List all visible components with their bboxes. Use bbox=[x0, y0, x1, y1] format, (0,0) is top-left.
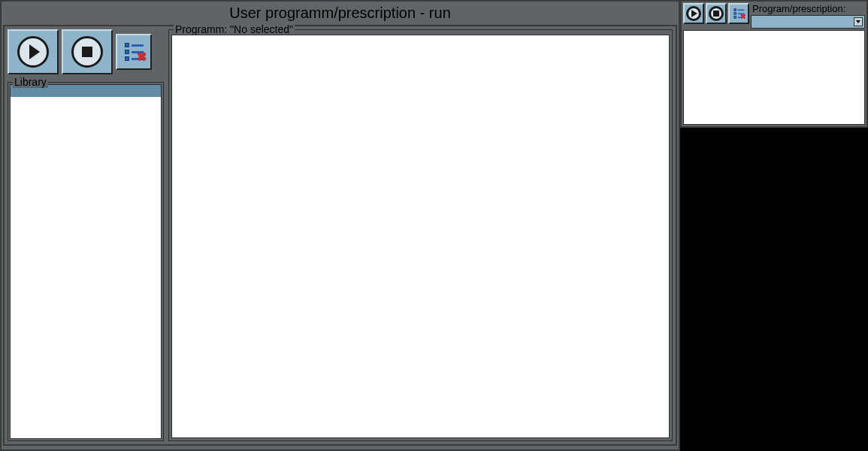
library-fieldset: Library bbox=[8, 82, 164, 441]
library-list[interactable] bbox=[10, 84, 162, 439]
play-icon bbox=[686, 6, 701, 21]
program-select[interactable] bbox=[751, 15, 865, 29]
mini-toolbar: ✖ Program/prescription: bbox=[683, 3, 865, 29]
main-toolbar: ✖ bbox=[8, 29, 164, 74]
program-content[interactable] bbox=[171, 35, 670, 438]
mini-stop-button[interactable] bbox=[706, 3, 727, 24]
clear-list-button[interactable]: ✖ bbox=[116, 34, 152, 70]
main-window: User programm/prescription - run bbox=[0, 0, 680, 451]
chevron-down-icon bbox=[854, 17, 863, 26]
right-column: Programm: "No selected" bbox=[168, 29, 673, 441]
main-body: ✖ Library Programm: "No selected" bbox=[3, 25, 677, 446]
library-label: Library bbox=[13, 76, 48, 88]
mini-content[interactable] bbox=[683, 30, 865, 125]
list-clear-icon: ✖ bbox=[125, 43, 144, 61]
stop-button[interactable] bbox=[62, 29, 113, 74]
list-clear-icon: ✖ bbox=[733, 8, 744, 18]
stop-icon bbox=[71, 36, 103, 68]
left-column: ✖ Library bbox=[8, 29, 164, 441]
play-icon bbox=[17, 36, 49, 68]
mini-selector-area: Program/prescription: bbox=[751, 3, 865, 29]
program-label: Programm: "No selected" bbox=[174, 23, 295, 35]
mini-clear-list-button[interactable]: ✖ bbox=[728, 3, 749, 24]
window-title: User programm/prescription - run bbox=[3, 3, 677, 25]
program-fieldset: Programm: "No selected" bbox=[168, 29, 673, 441]
mini-label: Program/prescription: bbox=[751, 3, 865, 14]
mini-play-button[interactable] bbox=[683, 3, 704, 24]
stop-icon bbox=[709, 6, 724, 21]
play-button[interactable] bbox=[8, 29, 59, 74]
mini-window: ✖ Program/prescription: bbox=[680, 0, 868, 128]
